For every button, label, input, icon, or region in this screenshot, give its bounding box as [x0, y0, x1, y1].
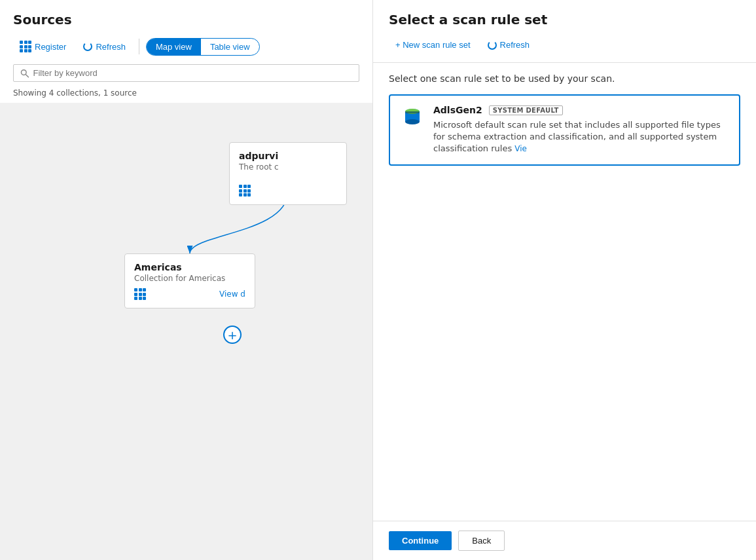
right-header: Select a scan rule set + New scan rule s…: [373, 0, 756, 63]
rule-name-row: AdlsGen2 SYSTEM DEFAULT: [433, 105, 729, 115]
americas-node: Americas Collection for Americas View d: [124, 253, 255, 308]
sources-title: Sources: [13, 12, 359, 28]
adls-svg-icon: [401, 105, 424, 128]
refresh-label-right: Refresh: [500, 40, 530, 50]
refresh-icon-right: [488, 41, 497, 50]
right-toolbar: + New scan rule set Refresh: [389, 37, 740, 54]
search-input[interactable]: [33, 68, 352, 78]
search-bar: [13, 64, 359, 82]
root-node: adpurvi The root c: [229, 142, 347, 205]
register-label: Register: [35, 42, 66, 52]
refresh-icon-left: [83, 42, 92, 51]
americas-node-actions: View d: [134, 288, 245, 300]
root-node-title: adpurvi: [239, 151, 337, 161]
table-view-button[interactable]: Table view: [201, 39, 259, 55]
map-view-button[interactable]: Map view: [147, 39, 201, 55]
root-node-icon: [239, 177, 337, 196]
continue-button[interactable]: Continue: [389, 531, 452, 550]
select-description: Select one scan rule set to be used by y…: [389, 73, 740, 84]
left-panel: Sources Register Refresh Map view Table …: [0, 0, 373, 560]
svg-point-0: [21, 69, 26, 75]
register-button[interactable]: Register: [13, 37, 73, 56]
map-area: adpurvi The root c Americas Collection f…: [0, 103, 372, 560]
americas-node-icon: [134, 288, 146, 300]
adls-icon: [401, 105, 424, 128]
toolbar-divider: [139, 39, 139, 54]
search-icon: [20, 69, 29, 78]
svg-point-5: [405, 119, 420, 124]
rule-set-card[interactable]: AdlsGen2 SYSTEM DEFAULT Microsoft defaul…: [389, 94, 740, 166]
americas-node-title: Americas: [134, 262, 239, 272]
search-input-wrap: [13, 64, 359, 82]
rule-view-link[interactable]: Vie: [514, 144, 527, 153]
new-scan-rule-button[interactable]: + New scan rule set: [389, 37, 477, 53]
right-footer: Continue Back: [373, 521, 756, 560]
refresh-label-left: Refresh: [96, 42, 126, 52]
right-title: Select a scan rule set: [389, 12, 740, 28]
showing-text: Showing 4 collections, 1 source: [0, 88, 372, 103]
new-scan-rule-label: + New scan rule set: [395, 40, 471, 50]
root-node-subtitle: The root c: [239, 162, 337, 172]
system-default-badge: SYSTEM DEFAULT: [489, 105, 563, 115]
americas-node-subtitle: Collection for Americas: [134, 274, 239, 283]
register-icon: [20, 41, 31, 52]
right-content: Select one scan rule set to be used by y…: [373, 63, 756, 521]
rule-desc-text: Microsoft default scan rule set that inc…: [433, 120, 721, 153]
refresh-button-left[interactable]: Refresh: [77, 38, 132, 56]
view-toggle: Map view Table view: [146, 38, 260, 56]
rule-name: AdlsGen2: [433, 105, 482, 115]
svg-line-1: [26, 74, 29, 77]
left-toolbar: Register Refresh Map view Table view: [13, 37, 359, 56]
view-d-link[interactable]: View d: [219, 289, 245, 299]
svg-rect-7: [405, 111, 420, 113]
rule-info: AdlsGen2 SYSTEM DEFAULT Microsoft defaul…: [433, 105, 729, 155]
add-node-button[interactable]: +: [223, 326, 242, 344]
back-button[interactable]: Back: [458, 531, 505, 551]
rule-desc: Microsoft default scan rule set that inc…: [433, 119, 729, 155]
refresh-button-right[interactable]: Refresh: [481, 37, 537, 53]
left-header: Sources Register Refresh Map view Table …: [0, 0, 372, 64]
right-panel: Select a scan rule set + New scan rule s…: [373, 0, 756, 560]
